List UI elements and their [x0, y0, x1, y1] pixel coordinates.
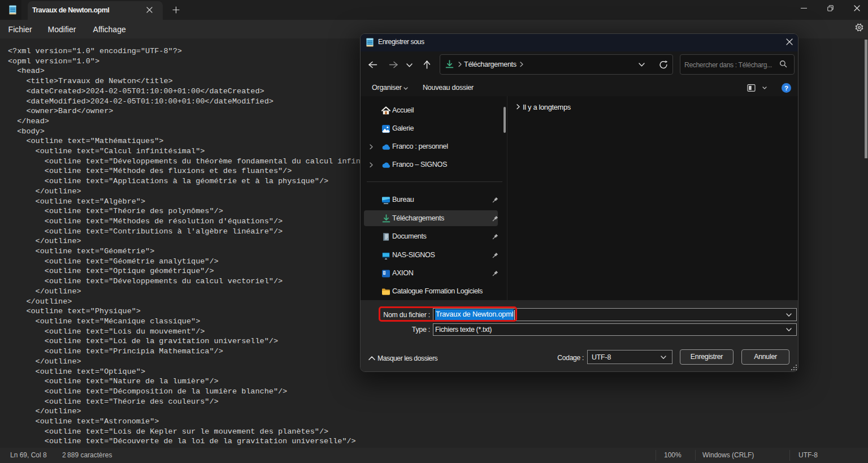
svg-text:?: ?	[784, 85, 788, 92]
